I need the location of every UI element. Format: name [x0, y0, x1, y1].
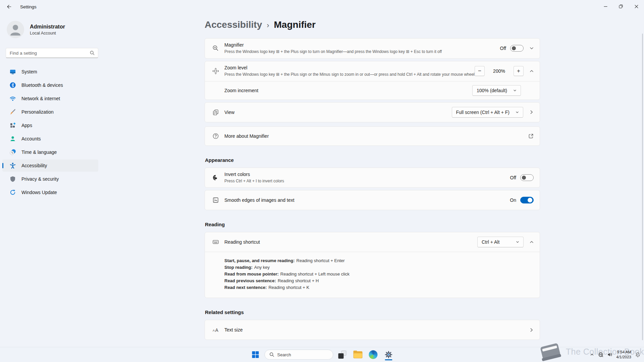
smooth-edges-toggle[interactable] — [520, 197, 534, 203]
user-account[interactable]: Administrator Local Account — [0, 13, 101, 38]
tray-clock[interactable]: 9:54 AM 4/1/2023 — [616, 350, 631, 360]
titlebar: Settings — [0, 0, 644, 13]
file-explorer-icon — [353, 351, 362, 358]
sidebar-item-label: System — [21, 69, 37, 74]
magnifier-expand-button[interactable] — [530, 46, 534, 50]
sidebar-nav: System Bluetooth & devices Network & int… — [0, 66, 101, 198]
text-size-navigate-button[interactable] — [529, 328, 534, 332]
smooth-edges-card: Smooth edges of images and text On — [205, 190, 540, 210]
sidebar-item-privacy-security[interactable]: Privacy & security — [2, 173, 98, 185]
edge-button[interactable] — [367, 348, 380, 361]
breadcrumb-separator-icon: › — [267, 20, 269, 30]
hidden-icons-chevron-icon[interactable] — [590, 352, 594, 357]
more-about-row[interactable]: More about Magnifier — [205, 127, 540, 145]
task-view-icon — [338, 351, 346, 359]
magnifier-toggle[interactable] — [510, 45, 524, 52]
external-link-icon — [528, 133, 534, 139]
reading-details-panel: Start, pause, and resume reading:Reading… — [205, 252, 540, 298]
magnifier-row: Magnifier Press the Windows logo key ⊞ +… — [205, 39, 540, 58]
invert-colors-toggle[interactable] — [520, 174, 534, 181]
zoom-increment-value: 100% (default) — [477, 88, 507, 93]
magnifier-plus-icon — [212, 45, 219, 52]
reading-collapse-button[interactable] — [530, 240, 534, 244]
smooth-edges-row: Smooth edges of images and text On — [205, 190, 540, 210]
view-navigate-button[interactable] — [529, 110, 534, 114]
smooth-edges-icon — [212, 197, 219, 203]
sidebar-item-label: Windows Update — [21, 190, 57, 195]
sidebar-item-time-language[interactable]: Time & language — [2, 146, 98, 158]
invert-colors-icon — [212, 174, 219, 181]
active-app-indicator — [385, 359, 392, 360]
window-title: Settings — [20, 4, 37, 9]
chevron-right-icon — [529, 110, 534, 114]
text-size-row[interactable]: AA Text size — [205, 320, 540, 340]
text-size-icon: AA — [212, 326, 220, 333]
privacy-security-icon — [9, 176, 16, 182]
invert-colors-toggle-state: Off — [510, 175, 516, 180]
magnifier-toggle-state: Off — [500, 46, 506, 51]
reading-shortcut-title: Reading shortcut — [224, 239, 477, 245]
restore-button[interactable] — [613, 0, 629, 13]
start-button[interactable] — [249, 348, 262, 361]
settings-search-box[interactable] — [6, 48, 98, 58]
view-card: View Full screen (Ctrl + Alt + F) — [205, 102, 540, 122]
sidebar-item-bluetooth-devices[interactable]: Bluetooth & devices — [2, 79, 98, 91]
system-icon — [9, 68, 16, 75]
view-dropdown[interactable]: Full screen (Ctrl + Alt + F) — [452, 107, 523, 118]
sidebar-item-label: Network & internet — [21, 96, 60, 101]
sidebar-item-label: Personalization — [21, 109, 54, 115]
sidebar-item-windows-update[interactable]: Windows Update — [2, 186, 98, 198]
search-icon — [270, 352, 274, 357]
zoom-in-button[interactable]: + — [514, 66, 524, 76]
invert-colors-title: Invert colors — [224, 172, 510, 177]
magnifier-title: Magnifier — [224, 42, 500, 48]
scrollbar[interactable] — [642, 34, 643, 340]
sidebar-item-system[interactable]: System — [2, 66, 98, 78]
breadcrumb: Accessibility › Magnifier — [205, 19, 540, 30]
minimize-button[interactable] — [598, 0, 613, 13]
bluetooth-icon — [9, 82, 16, 88]
sidebar-item-label: Time & language — [21, 149, 57, 155]
volume-icon[interactable] — [607, 352, 612, 357]
minimize-icon — [604, 5, 607, 8]
taskbar-search-box[interactable] — [265, 350, 333, 360]
zoom-level-title: Zoom level — [224, 65, 475, 70]
sidebar-item-label: Accounts — [21, 136, 41, 141]
zoom-level-collapse-button[interactable] — [530, 69, 534, 73]
reading-shortcut-dropdown[interactable]: Ctrl + Alt — [477, 237, 524, 247]
task-view-button[interactable] — [336, 348, 349, 361]
notifications-bell-icon[interactable]: z — [635, 352, 641, 358]
magnifier-card: Magnifier Press the Windows logo key ⊞ +… — [205, 38, 540, 59]
settings-search-input[interactable] — [10, 51, 90, 56]
network-globe-icon[interactable] — [598, 352, 603, 357]
main-content: Accessibility › Magnifier Magnifier Pres… — [101, 13, 644, 347]
close-button[interactable] — [629, 0, 644, 13]
reading-shortcut-card: Reading shortcut Ctrl + Alt Start, pause… — [205, 232, 540, 298]
sidebar-item-accounts[interactable]: Accounts — [2, 133, 98, 145]
sidebar-item-personalization[interactable]: Personalization — [2, 106, 98, 118]
zoom-out-button[interactable]: − — [475, 66, 485, 76]
view-label: View — [224, 110, 452, 115]
svg-text:A: A — [215, 327, 219, 333]
accounts-icon — [9, 135, 16, 142]
sidebar-item-apps[interactable]: Apps — [2, 119, 98, 131]
reading-detail-line: Stop reading:Any key — [224, 264, 521, 271]
avatar — [7, 21, 24, 38]
magnifier-description: Press the Windows logo key ⊞ + the Plus … — [224, 49, 479, 55]
back-button[interactable] — [3, 2, 15, 12]
zoom-increment-label: Zoom increment — [224, 88, 472, 93]
windows-update-icon — [9, 189, 16, 196]
sidebar: Administrator Local Account System Bluet… — [0, 13, 101, 347]
file-explorer-button[interactable] — [352, 348, 364, 361]
back-arrow-icon — [6, 4, 12, 9]
smooth-edges-title: Smooth edges of images and text — [224, 197, 510, 203]
taskbar-search-input[interactable] — [277, 352, 321, 357]
settings-app-button[interactable] — [382, 348, 395, 361]
zoom-increment-row: Zoom increment 100% (default) — [205, 81, 540, 100]
zoom-increment-dropdown[interactable]: 100% (default) — [472, 85, 521, 96]
view-row[interactable]: View Full screen (Ctrl + Alt + F) — [205, 103, 540, 122]
sidebar-item-network-internet[interactable]: Network & internet — [2, 93, 98, 105]
sidebar-item-accessibility[interactable]: Accessibility — [2, 160, 98, 172]
breadcrumb-parent[interactable]: Accessibility — [205, 19, 262, 30]
reading-shortcut-row: Reading shortcut Ctrl + Alt — [205, 232, 540, 252]
